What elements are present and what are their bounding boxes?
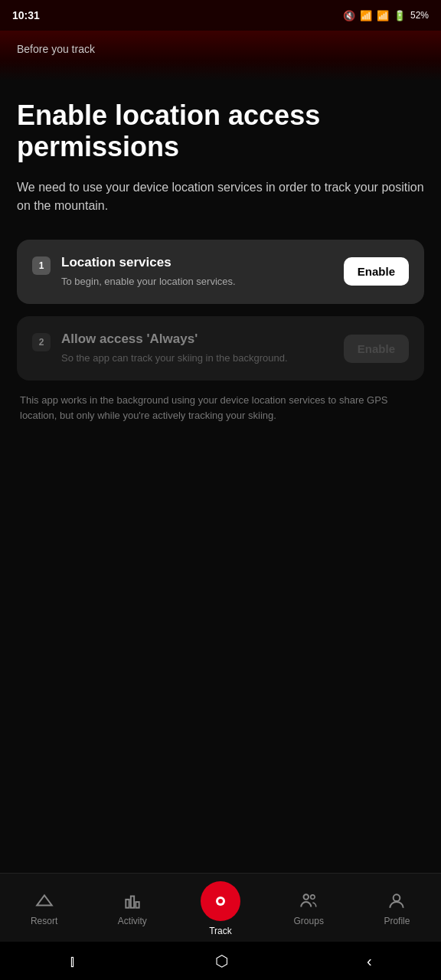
svg-rect-2: [136, 902, 139, 908]
status-bar: 10:31 🔇 📶 📶 🔋 52%: [0, 0, 441, 31]
system-nav-bar: ⫿ ⬡ ‹: [0, 942, 441, 980]
home-button[interactable]: ⬡: [215, 952, 228, 970]
track-icon-wrapper: [201, 881, 240, 921]
nav-label-activity: Activity: [118, 916, 147, 926]
nav-label-resort: Resort: [31, 916, 57, 926]
bottom-nav: Resort Activity Track Groups: [0, 873, 441, 942]
svg-point-6: [311, 894, 315, 898]
card-content-2: Allow access 'Always' So the app can tra…: [61, 332, 333, 365]
card-desc-2: So the app can track your skiing in the …: [61, 351, 333, 365]
mute-icon: 🔇: [343, 10, 355, 21]
signal-icon: 📶: [377, 10, 389, 21]
status-time: 10:31: [12, 9, 40, 21]
svg-point-5: [304, 894, 309, 900]
card-desc-1: To begin, enable your location services.: [61, 275, 333, 289]
svg-point-7: [394, 894, 400, 901]
card-title-1: Location services: [61, 255, 333, 270]
back-button[interactable]: ‹: [367, 952, 372, 970]
main-content: Enable location access permissions We ne…: [0, 81, 441, 873]
nav-item-activity[interactable]: Activity: [88, 891, 176, 926]
header: Before you track: [0, 31, 441, 81]
battery-percent: 52%: [410, 10, 429, 21]
svg-rect-0: [126, 899, 129, 907]
track-icon: [211, 892, 230, 910]
profile-icon: [387, 891, 407, 911]
nav-label-track: Track: [209, 926, 232, 936]
main-description: We need to use your device location serv…: [17, 178, 424, 215]
main-title: Enable location access permissions: [17, 100, 424, 163]
status-icons: 🔇 📶 📶 🔋 52%: [343, 10, 429, 21]
svg-point-4: [218, 899, 223, 903]
location-services-card: 1 Location services To begin, enable you…: [17, 240, 424, 304]
nav-item-track[interactable]: Track: [176, 881, 264, 936]
nav-label-groups: Groups: [294, 916, 324, 926]
wifi-icon: 📶: [360, 10, 372, 21]
enable-always-button: Enable: [344, 335, 409, 363]
card-title-2: Allow access 'Always': [61, 332, 333, 347]
nav-item-groups[interactable]: Groups: [265, 891, 353, 926]
nav-label-profile: Profile: [384, 916, 410, 926]
resort-icon: [34, 891, 54, 911]
battery-icon: 🔋: [394, 10, 406, 21]
enable-location-button[interactable]: Enable: [344, 257, 409, 286]
svg-rect-1: [131, 896, 134, 907]
nav-item-profile[interactable]: Profile: [353, 891, 441, 926]
activity-icon: [122, 891, 142, 911]
card-content-1: Location services To begin, enable your …: [61, 255, 333, 289]
step-badge-1: 1: [32, 256, 51, 275]
recent-apps-button[interactable]: ⫿: [69, 952, 77, 970]
always-access-card: 2 Allow access 'Always' So the app can t…: [17, 316, 424, 381]
header-subtitle: Before you track: [17, 43, 424, 55]
step-badge-2: 2: [32, 333, 51, 351]
groups-icon: [299, 891, 318, 911]
nav-item-resort[interactable]: Resort: [0, 891, 88, 926]
footer-note: This app works in the background using y…: [17, 393, 424, 423]
